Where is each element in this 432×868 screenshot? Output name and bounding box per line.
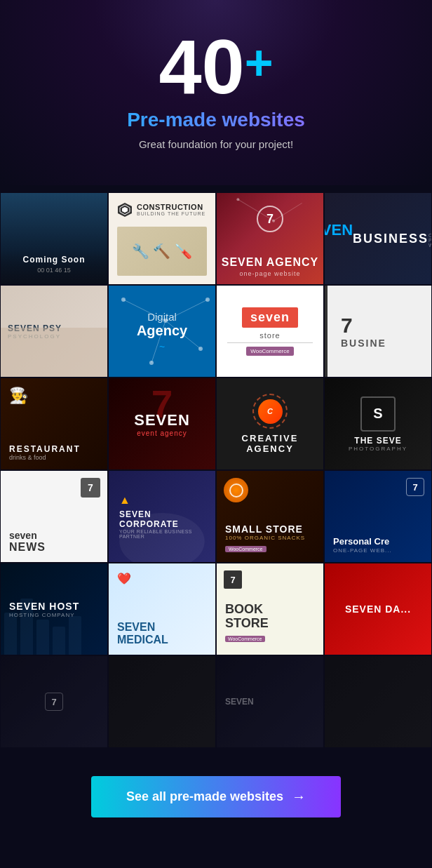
seven-medical-main: MEDICAL — [117, 634, 168, 646]
seven-event-label: SEVEN — [134, 411, 190, 429]
cell-seven-event[interactable]: 7 SEVEN event agency — [109, 378, 215, 469]
small-store-label: SMALL STORE — [225, 523, 305, 535]
personal-cre-sub: ONE-PAGE WEB... — [333, 547, 392, 554]
hero-count: 40 — [158, 28, 244, 105]
seven-medical-heart-icon: ❤️ — [117, 572, 131, 585]
seven-store-badge: WooCommerce — [246, 347, 293, 356]
cell-seven-psy[interactable]: SEVEN PSY PSYCHOLOGY — [1, 286, 107, 377]
seven-business-seven: SEVEN — [325, 221, 353, 239]
cta-arrow-icon: → — [292, 789, 306, 805]
seven-host-label: SEVEN HOST — [9, 601, 79, 612]
seven-da-label: SEVEN DA... — [345, 603, 411, 615]
coming-soon-countdown: 00 01 46 15 — [6, 267, 102, 274]
cell-seven-agency[interactable]: 7 SEVEN AGENCY one-page website — [217, 193, 323, 284]
hero-count-wrapper: 40+ — [14, 28, 418, 105]
cell-7business[interactable]: 7 BUSINE — [325, 286, 431, 377]
grid-row-4: 7 seven NEWS ▲ SEVEN CORPORATE YOUR RELI… — [0, 470, 432, 563]
cell-small-store[interactable]: SMALL STORE 100% ORGANIC SNACKS WooComme… — [217, 471, 323, 562]
hero-plus: + — [245, 35, 274, 91]
seven-medical-label: SEVEN — [117, 621, 168, 634]
seven-store-label: seven — [242, 307, 298, 328]
cell-the-seven-photo[interactable]: S THE SEVE PHOTOGRAPHY — [325, 378, 431, 469]
cell-creative-agency[interactable]: C CREATIVE AGENCY — [217, 378, 323, 469]
photo-logo-box: S — [360, 396, 396, 432]
seven-agency-logo: 7 — [257, 206, 283, 232]
7business-label: BUSINE — [341, 338, 386, 349]
restaurant-icon: 👨‍🍳 — [9, 387, 28, 405]
cta-button[interactable]: See all pre-made websites → — [91, 776, 341, 817]
grid-row-1: Coming Soon 00 01 46 15 CONSTRUCTION BUI… — [0, 192, 432, 285]
creative-agency-label: CREATIVE — [242, 433, 299, 443]
cell-digital-agency[interactable]: Digital Agency ~ — [109, 286, 215, 377]
seven-news-sublabel: NEWS — [9, 541, 46, 554]
digital-agency-icon: ~ — [137, 341, 187, 352]
grid-section: Coming Soon 00 01 46 15 CONSTRUCTION BUI… — [0, 185, 432, 755]
cell-seven-corporate[interactable]: ▲ SEVEN CORPORATE YOUR RELIABLE BUSINESS… — [109, 471, 215, 562]
cell-partial-1[interactable]: 7 — [1, 656, 107, 747]
creative-agency-main: AGENCY — [246, 443, 294, 454]
cell-seven-da[interactable]: SEVEN DA... — [325, 563, 431, 655]
seven-news-icon: 7 — [81, 478, 100, 498]
seven-store-sublabel: store — [227, 331, 313, 343]
small-store-sublabel: 100% ORGANIC SNACKS — [225, 535, 305, 541]
cell-partial-4[interactable] — [325, 656, 431, 747]
book-store-label: BOOK — [225, 603, 269, 617]
creative-agency-inner: C — [258, 399, 283, 424]
the-seven-photo-label: THE SEVE — [354, 436, 401, 446]
grid-row-2: SEVEN PSY PSYCHOLOGY Digit — [0, 285, 432, 378]
partial-1-label: 7 — [45, 693, 63, 711]
creative-agency-circle: C — [252, 394, 288, 429]
seven-business-tagline: ONE-PAGE WEBSITE — [428, 233, 431, 248]
cell-partial-3[interactable]: SEVEN — [217, 656, 323, 747]
cell-seven-store[interactable]: seven store WooCommerce — [217, 286, 323, 377]
cell-seven-business[interactable]: SEVEN 7 BUSINESS ONE-PAGE WEBSITE — [325, 193, 431, 284]
seven-business-title: BUSINESS — [353, 232, 428, 246]
cell-coming-soon[interactable]: Coming Soon 00 01 46 15 — [1, 193, 107, 284]
book-store-badge: WooCommerce — [225, 636, 265, 642]
seven-agency-sublabel: one-page website — [217, 270, 323, 277]
grid-row-3: 👨‍🍳 RESTAURANT drinks & food 7 SEVEN eve… — [0, 378, 432, 470]
svg-point-11 — [198, 347, 203, 351]
construction-sublabel: BUILDING THE FUTURE — [137, 211, 205, 216]
the-seven-photo-sub: PHOTOGRAPHY — [349, 446, 407, 452]
seven-news-label: seven — [9, 530, 46, 541]
svg-point-10 — [149, 361, 154, 365]
7business-num: 7 — [341, 314, 353, 338]
cell-seven-medical[interactable]: ❤️ SEVEN MEDICAL — [109, 563, 215, 655]
seven-event-sublabel: event agency — [134, 429, 190, 437]
cell-seven-host[interactable]: SEVEN HOST HOSTING COMPANY — [1, 563, 107, 655]
svg-point-9 — [205, 298, 210, 302]
restaurant-label: RESTAURANT — [9, 444, 81, 454]
book-store-main: STORE — [225, 616, 269, 631]
construction-label: CONSTRUCTION — [137, 203, 205, 211]
seven-agency-label: SEVEN AGENCY — [217, 256, 323, 269]
partial-3-label: SEVEN — [225, 697, 254, 707]
hero-subtitle: Pre-made websites — [14, 109, 418, 131]
construction-icon — [117, 202, 133, 218]
digital-agency-main: Agency — [137, 323, 187, 339]
hero-section: 40+ Pre-made websites Great foundation f… — [0, 0, 432, 185]
cell-construction[interactable]: CONSTRUCTION BUILDING THE FUTURE 🔧 🔨 🪛 — [109, 193, 215, 284]
small-store-badge: WooCommerce — [225, 546, 266, 552]
cell-seven-news[interactable]: 7 seven NEWS — [1, 471, 107, 562]
personal-cre-num: 7 — [406, 478, 424, 496]
grid-row-6: 7 SEVEN — [0, 655, 432, 748]
cell-book-store[interactable]: 7 BOOK STORE WooCommerce — [217, 563, 323, 655]
restaurant-sublabel: drinks & food — [9, 454, 81, 461]
seven-corporate-label: SEVEN CORPORATE — [119, 509, 205, 529]
cta-label: See all pre-made websites — [126, 789, 283, 804]
seven-corporate-sublabel: YOUR RELIABLE BUSINESS PARTNER — [119, 529, 205, 539]
tools-image: 🔧 🔨 🪛 — [117, 227, 207, 276]
book-store-icon: 7 — [224, 570, 242, 589]
grid-row-5: SEVEN HOST HOSTING COMPANY ❤️ SEVEN MEDI… — [0, 563, 432, 655]
digital-agency-label: Digital — [137, 311, 187, 323]
hero-description: Great foundation for your project! — [14, 138, 418, 150]
coming-soon-label: Coming Soon — [6, 255, 102, 265]
cta-section: See all pre-made websites → — [0, 755, 432, 853]
cell-partial-2[interactable] — [109, 656, 215, 747]
personal-cre-title: Personal Cre — [333, 536, 392, 547]
cell-restaurant[interactable]: 👨‍🍳 RESTAURANT drinks & food — [1, 378, 107, 469]
svg-point-7 — [121, 298, 126, 302]
cell-personal-cre[interactable]: 7 Personal Cre ONE-PAGE WEB... — [325, 471, 431, 562]
small-store-logo — [224, 478, 248, 502]
